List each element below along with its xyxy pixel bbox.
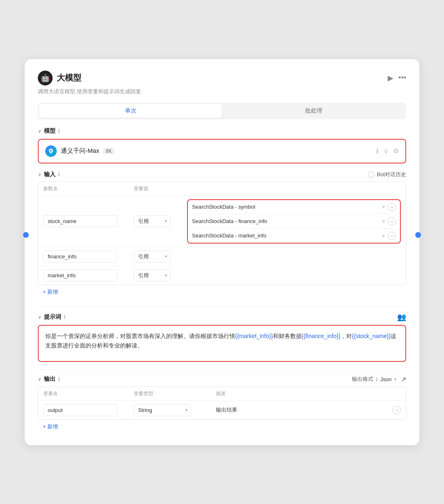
output-table: 变量名 变量类型 描述 String Integer Float xyxy=(38,387,406,420)
prompt-section-header: ∨ 提示词 ℹ 👥 xyxy=(38,313,406,322)
param-name-input-2[interactable] xyxy=(43,269,117,281)
col-desc-header: 描述 xyxy=(216,390,401,397)
value-type-box-0: 引用 xyxy=(134,215,187,227)
param-name-input-1[interactable] xyxy=(43,251,117,262)
output-info-icon[interactable]: ℹ xyxy=(58,376,60,382)
input-info-icon[interactable]: ℹ xyxy=(58,171,60,177)
value-type-wrapper-2: 引用 xyxy=(134,269,171,281)
play-button[interactable]: ▶ xyxy=(388,74,393,83)
output-format-info-icon[interactable]: ℹ xyxy=(376,376,378,382)
output-desc-input-0[interactable] xyxy=(216,405,389,416)
prompt-info-icon[interactable]: ℹ xyxy=(64,314,66,320)
export-icon[interactable]: ↗ xyxy=(401,375,406,383)
format-select[interactable]: Json Text xyxy=(380,376,398,382)
prompt-var-3: {{stock_name}} xyxy=(352,333,391,339)
model-settings-icon[interactable]: ⚙ xyxy=(393,147,399,155)
model-section-header: ∨ 模型 ℹ xyxy=(38,127,406,135)
format-select-wrap: Json Text xyxy=(380,376,398,382)
input-section-header: ∨ 输入 ℹ Bot对话历史 xyxy=(38,171,406,178)
output-add-button[interactable]: + 新增 xyxy=(38,420,63,434)
model-info-icon[interactable]: ℹ xyxy=(58,128,60,134)
ref-row-1: SearchStockData - finance_info ∨ − xyxy=(188,214,400,229)
ref-row-2: SearchStockData - market_info ∨ − xyxy=(188,229,400,243)
input-table: 参数名 变量值 引用 xyxy=(38,182,406,285)
input-table-header: 参数名 变量值 xyxy=(38,182,406,196)
ref-chevron-2[interactable]: ∨ xyxy=(382,233,385,238)
prompt-text-3: ，对 xyxy=(340,333,352,339)
more-icon: ••• xyxy=(398,74,406,82)
output-name-input-0[interactable] xyxy=(43,404,117,416)
input-row-2: 引用 xyxy=(38,266,406,285)
avatar-icon: 🤖 xyxy=(41,74,50,83)
output-type-select-wrap-0: String Integer Float xyxy=(134,404,191,416)
ref-minus-1[interactable]: − xyxy=(388,217,396,226)
card-subtitle: 调用大语言模型,使用变量和提示词生成回复 xyxy=(38,88,406,95)
output-section-title: 输出 xyxy=(44,375,56,383)
prompt-text-1: 你是一个资深的证券分析师，对股票市场有深入的理解。请你根据市场行情 xyxy=(45,333,235,339)
main-card: 🤖 大模型 ▶ ••• 调用大语言模型,使用变量和提示词生成回复 单次 批处理 … xyxy=(25,59,419,445)
tab-batch[interactable]: 批处理 xyxy=(222,104,405,118)
output-type-select-0[interactable]: String Integer Float xyxy=(134,404,191,416)
prompt-var-2: {{finance_info}} xyxy=(302,333,340,339)
input-section-title: 输入 xyxy=(44,171,56,178)
ref-group: SearchStockData - symbol ∨ − SearchStock… xyxy=(187,199,401,244)
value-type-select-0[interactable]: 引用 xyxy=(134,215,171,227)
ref-chevron-1[interactable]: ∨ xyxy=(382,219,385,224)
output-section-header: ∨ 输出 ℹ 输出格式 ℹ Json Text ↗ xyxy=(38,375,406,383)
ref-minus-2[interactable]: − xyxy=(388,232,396,240)
avatar: 🤖 xyxy=(38,71,53,85)
header-actions: ▶ ••• xyxy=(388,74,406,83)
param-name-box-2 xyxy=(43,269,134,281)
more-button[interactable]: ••• xyxy=(398,74,406,82)
model-section: ∨ 模型 ℹ 通义千问-Max 8K ℹ ∨ ⚙ xyxy=(38,127,406,163)
col-vartype-header: 变量类型 xyxy=(134,390,216,397)
people-icon[interactable]: 👥 xyxy=(397,313,406,322)
bot-history-label: Bot对话历史 xyxy=(377,171,406,178)
collapse-icon[interactable]: ∨ xyxy=(38,128,42,134)
bot-history-row: Bot对话历史 xyxy=(368,171,406,178)
model-right: ℹ ∨ ⚙ xyxy=(376,147,399,155)
output-minus-0[interactable]: − xyxy=(393,406,401,414)
output-collapse-icon[interactable]: ∨ xyxy=(38,376,42,382)
divider-1 xyxy=(38,306,406,307)
svg-point-0 xyxy=(50,150,52,152)
output-type-wrap-0: String Integer Float xyxy=(134,404,216,416)
divider-2 xyxy=(38,369,406,370)
ref-text-2: SearchStockData - market_info xyxy=(192,232,379,239)
model-brand-icon xyxy=(45,145,57,157)
input-collapse-icon[interactable]: ∨ xyxy=(38,172,42,177)
ref-text-0: SearchStockData - symbol xyxy=(192,204,379,210)
prompt-section: ∨ 提示词 ℹ 👥 你是一个资深的证券分析师，对股票市场有深入的理解。请你根据市… xyxy=(38,313,406,362)
input-add-button[interactable]: + 新增 xyxy=(38,285,63,299)
output-section: ∨ 输出 ℹ 输出格式 ℹ Json Text ↗ 变量名 变量类型 xyxy=(38,375,406,434)
col-value-header: 变量值 xyxy=(134,185,183,192)
param-name-box-0 xyxy=(43,215,134,227)
tabs-row: 单次 批处理 xyxy=(38,103,406,119)
prompt-collapse-icon[interactable]: ∨ xyxy=(38,314,42,320)
tab-single[interactable]: 单次 xyxy=(39,104,222,118)
play-icon: ▶ xyxy=(388,74,393,83)
prompt-section-title: 提示词 xyxy=(44,313,61,321)
model-section-title: 模型 xyxy=(44,127,56,135)
model-info-btn[interactable]: ℹ xyxy=(376,147,379,155)
value-type-select-2[interactable]: 引用 xyxy=(134,269,171,281)
ref-row-0: SearchStockData - symbol ∨ − xyxy=(188,200,400,214)
left-connector-dot xyxy=(23,232,29,238)
ref-chevron-0[interactable]: ∨ xyxy=(382,204,385,209)
value-type-select-1[interactable]: 引用 xyxy=(134,251,171,262)
prompt-box[interactable]: 你是一个资深的证券分析师，对股票市场有深入的理解。请你根据市场行情{{marke… xyxy=(38,325,406,362)
value-type-box-1: 引用 xyxy=(134,251,187,262)
input-section: ∨ 输入 ℹ Bot对话历史 参数名 变量值 xyxy=(38,171,406,299)
right-connector-dot xyxy=(415,232,421,238)
ref-box-0: SearchStockData - symbol ∨ − SearchStock… xyxy=(187,199,401,244)
col-param-header: 参数名 xyxy=(43,185,134,192)
output-row-0: String Integer Float − xyxy=(38,401,406,419)
value-type-wrapper-0: 引用 xyxy=(134,215,171,227)
bot-history-checkbox[interactable] xyxy=(368,172,374,177)
card-header: 🤖 大模型 ▶ ••• xyxy=(38,71,406,85)
value-type-box-2: 引用 xyxy=(134,269,187,281)
param-name-input-0[interactable] xyxy=(43,215,117,227)
input-row-1: 引用 xyxy=(38,247,406,266)
ref-minus-0[interactable]: − xyxy=(388,203,396,211)
model-chevron-icon[interactable]: ∨ xyxy=(384,147,388,155)
